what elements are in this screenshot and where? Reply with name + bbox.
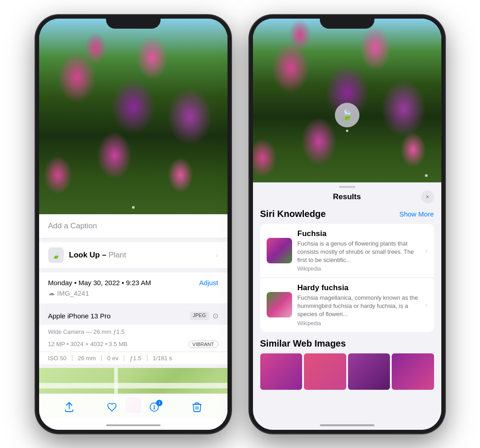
exif-div-1 [72, 355, 72, 361]
favorite-button[interactable] [106, 401, 118, 413]
device-name: Apple iPhone 13 Pro [48, 312, 111, 320]
hardy-fuchsia-thumbnail [267, 292, 292, 317]
fuchsia-info: Fuchsia Fuchsia is a genus of flowering … [298, 229, 422, 272]
shutter-val: 1/181 s [153, 355, 172, 362]
trash-button[interactable] [191, 401, 203, 413]
web-images-grid [260, 353, 434, 390]
flower-image [39, 19, 227, 214]
fuchsia-name: Fuchsia [298, 229, 422, 238]
adjust-button[interactable]: Adjust [199, 279, 218, 287]
knowledge-card: Fuchsia Fuchsia is a genus of flowering … [260, 224, 434, 332]
vl-indicator-dot [346, 130, 348, 132]
device-section: Apple iPhone 13 Pro JPEG ⊙ Wide Camera —… [39, 307, 227, 364]
results-header: Results × [253, 191, 441, 206]
info-badge: i [156, 400, 162, 406]
badge-row: JPEG ⊙ [190, 312, 218, 320]
web-image-3[interactable] [348, 353, 390, 390]
leaf-icon: 🍃 [51, 251, 61, 259]
iso-val: ISO 50 [48, 355, 66, 362]
camera-icon: ⊙ [212, 312, 218, 320]
lookup-row[interactable]: 🍃 Look Up – Plant › [39, 242, 227, 269]
exif-div-4 [147, 355, 147, 361]
web-image-1[interactable] [260, 353, 303, 390]
filename-row: ☁ IMG_4241 [39, 288, 227, 303]
caption-area[interactable]: Add a Caption [39, 214, 227, 238]
metadata-section: Monday • May 30, 2022 • 9:23 AM Adjust ☁… [39, 272, 227, 303]
jpeg-badge: JPEG [190, 312, 209, 320]
right-flower-image [253, 19, 441, 182]
lookup-icon: 🍃 [48, 247, 64, 263]
fuchsia-source: Wikipedia [298, 266, 422, 272]
focal-val: 26 mm [78, 355, 96, 362]
specs-text: 12 MP • 3024 × 4032 • 3.5 MB [48, 341, 128, 347]
camera-wide-text: Wide Camera — 26 mm ƒ1.5 [48, 328, 218, 335]
hardy-fuchsia-desc: Fuchsia magellanica, commonly known as t… [298, 294, 422, 319]
close-icon: × [426, 193, 429, 200]
device-header: Apple iPhone 13 Pro JPEG ⊙ [39, 307, 227, 325]
knowledge-item-hardy-fuchsia[interactable]: Hardy fuchsia Fuchsia magellanica, commo… [260, 278, 434, 332]
date-row: Monday • May 30, 2022 • 9:23 AM Adjust [39, 272, 227, 288]
exif-row: ISO 50 26 mm 0 ev ƒ1.5 1/181 s [39, 352, 227, 364]
date-text: Monday • May 30, 2022 • 9:23 AM [48, 279, 151, 287]
lookup-chevron: › [216, 252, 218, 259]
results-panel: Results × Siri Knowledge Show More Fuc [253, 182, 441, 430]
share-button[interactable] [63, 401, 76, 413]
hardy-fuchsia-name: Hardy fuchsia [298, 283, 422, 292]
aperture-val: ƒ1.5 [130, 355, 141, 362]
left-screen: Add a Caption 🍃 Look Up – Plant › Monday [39, 19, 227, 430]
camera-details: Wide Camera — 26 mm ƒ1.5 [39, 325, 227, 339]
lookup-section: 🍃 Look Up – Plant › [39, 242, 227, 269]
left-phone: Add a Caption 🍃 Look Up – Plant › Monday [35, 15, 231, 433]
siri-knowledge-title: Siri Knowledge [260, 209, 326, 219]
web-images-section: Similar Web Images [260, 338, 434, 390]
fuchsia-thumbnail [267, 238, 292, 263]
siri-knowledge-header: Siri Knowledge Show More [260, 209, 434, 219]
exif-div-3 [124, 355, 124, 361]
specs-row: 12 MP • 3024 × 4032 • 3.5 MB VIBRANT [39, 339, 227, 352]
visual-lookup-button[interactable]: 🍃 [335, 103, 359, 127]
hardy-fuchsia-info: Hardy fuchsia Fuchsia magellanica, commo… [298, 283, 422, 327]
web-images-title: Similar Web Images [260, 338, 434, 349]
web-image-4[interactable] [392, 353, 434, 390]
photo-indicator-dot [132, 206, 135, 209]
info-button[interactable]: i [148, 401, 161, 413]
notch [106, 15, 161, 29]
right-notch [320, 15, 374, 29]
fuchsia-desc: Fuchsia is a genus of flowering plants t… [298, 240, 422, 265]
right-phone: 🍃 Results × Siri Knowledge Show More [249, 15, 445, 433]
hardy-fuchsia-chevron: › [425, 301, 428, 308]
filename-text: IMG_4241 [57, 289, 89, 297]
show-more-button[interactable]: Show More [399, 210, 434, 218]
close-button[interactable]: × [421, 191, 434, 203]
results-title: Results [333, 192, 361, 201]
lookup-label: Look Up – Plant [69, 251, 126, 260]
drag-handle[interactable] [339, 186, 355, 188]
right-screen: 🍃 Results × Siri Knowledge Show More [253, 19, 441, 430]
caption-placeholder[interactable]: Add a Caption [48, 221, 97, 230]
web-image-2[interactable] [304, 353, 346, 390]
results-content[interactable]: Siri Knowledge Show More Fuchsia Fuchsia… [253, 206, 441, 430]
vibrant-badge: VIBRANT [188, 341, 218, 348]
visual-lookup-icon: 🍃 [341, 109, 353, 121]
exif-div-2 [101, 355, 102, 361]
right-photo-view[interactable]: 🍃 [253, 19, 441, 182]
right-home-indicator [320, 424, 374, 426]
ev-val: 0 ev [107, 355, 119, 362]
knowledge-item-fuchsia[interactable]: Fuchsia Fuchsia is a genus of flowering … [260, 224, 434, 278]
map-road-h [39, 383, 227, 388]
photo-view[interactable] [39, 19, 227, 214]
home-indicator [106, 424, 161, 426]
hardy-fuchsia-source: Wikipedia [298, 320, 422, 327]
right-photo-dot [425, 174, 428, 177]
fuchsia-chevron: › [425, 247, 428, 254]
cloud-icon: ☁ [48, 289, 55, 297]
